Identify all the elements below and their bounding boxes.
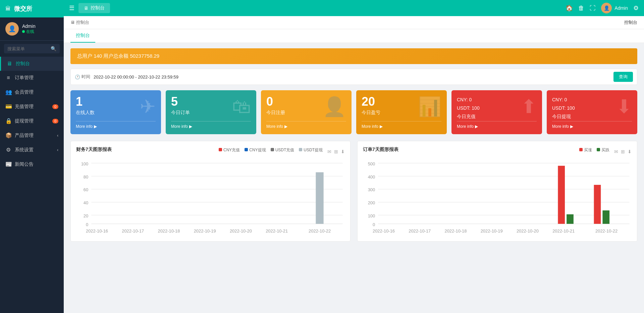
query-button[interactable]: 查询 xyxy=(613,72,633,82)
online-bg-icon: ✈ xyxy=(140,96,156,117)
orders-chart-controls: 订单7天图形报表 买涨 买跌 ✉ ⊞ ⬇ xyxy=(363,147,632,157)
svg-text:2022-10-17: 2022-10-17 xyxy=(409,228,431,233)
stat-card-register: 0 今日注册 👤 More info ▶ xyxy=(261,90,352,134)
svg-text:100: 100 xyxy=(368,213,375,218)
svg-text:2022-10-21: 2022-10-21 xyxy=(266,228,288,233)
breadcrumb-bar: 🖥 控制台 控制台 xyxy=(64,16,644,29)
topbar-right: 🏠 🗑 ⛶ 👤 Admin ⚙ xyxy=(566,3,639,13)
sidebar-logo: 🏛 xyxy=(5,6,11,12)
finance-chart-tools[interactable]: ✉ ⊞ ⬇ xyxy=(327,149,345,154)
sidebar-item-withdraw[interactable]: 🔒 提现管理 0 xyxy=(0,114,64,128)
tab-dashboard[interactable]: 控制台 xyxy=(70,29,95,43)
tab-nav: 控制台 xyxy=(64,29,644,43)
svg-text:2022-10-22: 2022-10-22 xyxy=(309,228,331,233)
products-icon: 📦 xyxy=(5,132,11,139)
recharge-more-info[interactable]: More info ▶ xyxy=(457,121,537,129)
svg-text:2022-10-16: 2022-10-16 xyxy=(373,228,395,233)
orders-grid-icon[interactable]: ⊞ xyxy=(621,149,625,154)
menu-toggle-icon[interactable]: ☰ xyxy=(69,4,74,12)
stat-card-recharge: CNY: 0 USDT: 100 今日充值 ⬆ More info ▶ xyxy=(451,90,542,134)
orders-download-icon[interactable]: ⬇ xyxy=(628,149,632,154)
svg-text:40: 40 xyxy=(84,200,88,205)
sidebar-item-recharge[interactable]: 💳 充值管理 0 xyxy=(0,99,64,114)
stat-cards: 1 在线人数 ✈ More info ▶ 5 今日订单 🛍 xyxy=(70,90,637,134)
profit-bg-icon: 📊 xyxy=(418,96,441,118)
finance-mail-icon[interactable]: ✉ xyxy=(327,149,331,154)
withdraw-icon: 🔒 xyxy=(5,118,11,124)
sidebar-user: 👤 Admin 在线 xyxy=(0,17,64,41)
search-icon: 🔍 xyxy=(51,46,56,51)
online-more-info[interactable]: More info ▶ xyxy=(76,121,156,129)
sidebar-header: 🏛 微交所 xyxy=(0,0,64,17)
finance-bar-usdt-withdraw-6 xyxy=(316,172,323,224)
orders-chart-tools[interactable]: ✉ ⊞ ⬇ xyxy=(614,149,632,154)
finance-download-icon[interactable]: ⬇ xyxy=(341,149,345,154)
orders-chart-legend: 买涨 买跌 xyxy=(579,147,609,153)
orders-bg-icon: 🛍 xyxy=(232,96,251,117)
sidebar-item-products[interactable]: 📦 产品管理 ‹ xyxy=(0,128,64,143)
orders-chart-title: 订单7天图形报表 xyxy=(363,147,398,153)
stat-card-orders: 5 今日订单 🛍 More info ▶ xyxy=(166,90,256,134)
sidebar-logo-text: 微交所 xyxy=(14,5,32,13)
sidebar-item-news[interactable]: 📰 新闻公告 xyxy=(0,157,64,171)
charts-row: 财务7天图形报表 CNY充值 CNY提现 USDT充值 USDT提现 ✉ ⊞ xyxy=(70,141,637,242)
trash-icon[interactable]: 🗑 xyxy=(578,5,584,12)
main-wrapper: ☰ 🖥 控制台 🏠 🗑 ⛶ 👤 Admin ⚙ 🖥 控制台 控制台 xyxy=(64,0,644,313)
finance-chart-svg: 100 80 60 40 20 0 xyxy=(76,157,345,235)
svg-text:2022-10-20: 2022-10-20 xyxy=(517,228,539,233)
news-icon: 📰 xyxy=(5,161,11,167)
svg-text:2022-10-17: 2022-10-17 xyxy=(122,228,144,233)
svg-text:300: 300 xyxy=(368,187,375,192)
orders-icon: ≡ xyxy=(5,75,11,81)
members-icon: 👥 xyxy=(5,89,11,95)
topbar-tab-icon: 🖥 xyxy=(84,5,89,11)
date-value[interactable]: 2022-10-22 00:00:00 - 2022-10-22 23:59:5… xyxy=(94,74,610,80)
status-dot xyxy=(22,30,25,33)
stat-card-withdraw: CNY: 0 USDT: 100 今日提现 ⬇ More info ▶ xyxy=(547,90,637,134)
user-name: Admin xyxy=(22,23,36,29)
user-info: Admin 在线 xyxy=(22,23,36,35)
more-options-icon[interactable]: ⚙ xyxy=(633,4,639,12)
recharge-icon: 💳 xyxy=(5,103,11,110)
sidebar-item-orders[interactable]: ≡ 订单管理 xyxy=(0,71,64,85)
fullscreen-icon[interactable]: ⛶ xyxy=(590,5,596,12)
orders-bar-up-5 xyxy=(558,166,565,224)
svg-text:20: 20 xyxy=(84,213,88,218)
topbar: ☰ 🖥 控制台 🏠 🗑 ⛶ 👤 Admin ⚙ xyxy=(64,0,644,16)
profit-more-info[interactable]: More info ▶ xyxy=(362,121,441,129)
orders-more-info[interactable]: More info ▶ xyxy=(171,121,251,129)
withdraw-badge: 0 xyxy=(52,119,58,123)
content: 🖥 控制台 控制台 控制台 总用户 140 用户总余额 50237758.29 … xyxy=(64,16,644,313)
finance-chart-box: 财务7天图形报表 CNY充值 CNY提现 USDT充值 USDT提现 ✉ ⊞ xyxy=(70,141,351,242)
recharge-bg-icon: ⬆ xyxy=(521,96,537,117)
topbar-avatar: 👤 xyxy=(601,3,612,13)
sidebar-item-settings[interactable]: ⚙ 系统设置 ‹ xyxy=(0,143,64,157)
search-box[interactable]: 🔍 xyxy=(4,44,60,53)
topbar-tab-dashboard[interactable]: 🖥 控制台 xyxy=(78,3,110,13)
register-more-info[interactable]: More info ▶ xyxy=(266,121,346,129)
svg-text:2022-10-19: 2022-10-19 xyxy=(194,228,216,233)
date-filter: 🕐 时间 2022-10-22 00:00:00 - 2022-10-22 23… xyxy=(70,69,637,85)
finance-grid-icon[interactable]: ⊞ xyxy=(334,149,338,154)
sidebar-item-dashboard[interactable]: 🖥 控制台 xyxy=(0,57,64,71)
finance-chart-legend: CNY充值 CNY提现 USDT充值 USDT提现 xyxy=(219,147,323,153)
svg-text:400: 400 xyxy=(368,174,375,179)
orders-bar-up-6 xyxy=(594,185,601,224)
breadcrumb-current: 控制台 xyxy=(624,19,637,25)
breadcrumb-icon: 🖥 xyxy=(70,20,75,25)
svg-text:2022-10-19: 2022-10-19 xyxy=(481,228,503,233)
dashboard-icon: 🖥 xyxy=(6,61,12,67)
svg-text:500: 500 xyxy=(368,161,375,166)
topbar-user[interactable]: 👤 Admin xyxy=(601,3,628,13)
sidebar-item-members[interactable]: 👥 会员管理 xyxy=(0,85,64,99)
withdraw-bg-icon: ⬇ xyxy=(616,96,632,117)
home-icon[interactable]: 🏠 xyxy=(566,4,573,12)
orders-mail-icon[interactable]: ✉ xyxy=(614,149,618,154)
sidebar: 🏛 微交所 👤 Admin 在线 🔍 🖥 控制台 ≡ 订单管理 👥 会员管理 💳… xyxy=(0,0,64,313)
clock-icon: 🕐 xyxy=(75,74,80,80)
withdraw-more-info[interactable]: More info ▶ xyxy=(552,121,632,129)
stats-banner: 总用户 140 用户总余额 50237758.29 xyxy=(70,48,637,64)
finance-chart-title: 财务7天图形报表 xyxy=(76,147,112,153)
search-input[interactable] xyxy=(7,46,49,51)
settings-arrow: ‹ xyxy=(57,148,58,152)
